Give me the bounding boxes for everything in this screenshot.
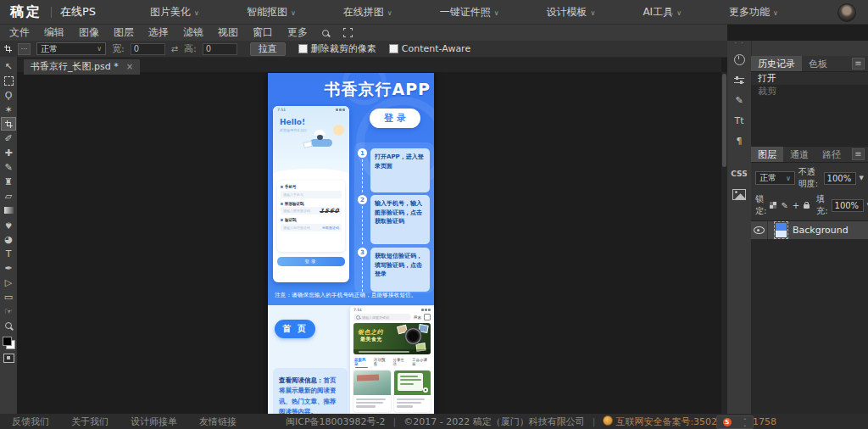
width-input[interactable]: 0 [131, 43, 165, 55]
poster-document[interactable]: 书香京行APP 登 录 7:51 Hello! 欢迎使用书香京行 [268, 73, 434, 414]
gradient-tool[interactable] [1, 203, 16, 217]
brush-settings-icon[interactable]: ✎ [729, 91, 749, 109]
camera-lens [404, 327, 422, 345]
blend-mode-select[interactable]: 正常∨ [755, 171, 795, 185]
pen-tool[interactable]: ✒ [1, 261, 16, 275]
gaoding-helper-widget[interactable]: S ⌃⌄ [716, 415, 754, 429]
straighten-button[interactable]: 拉直 [250, 42, 286, 56]
menubar-file[interactable]: 文件 [9, 25, 30, 40]
menu-more-features[interactable]: 更多功能∨ [729, 5, 778, 20]
path-select-tool[interactable]: ▷ [1, 276, 16, 289]
zoom-tool[interactable] [1, 319, 16, 332]
history-entry-open[interactable]: 打开 [751, 72, 868, 85]
brush-tool[interactable]: ✎ [1, 160, 16, 174]
search-icon[interactable] [322, 30, 329, 36]
color-swatches[interactable] [3, 337, 15, 349]
delete-cropped-pixels-option[interactable]: 删除裁剪的像素 [298, 42, 376, 55]
adjustments-icon[interactable] [729, 70, 749, 89]
tab-swatches[interactable]: 色板 [802, 56, 834, 71]
magic-wand-tool[interactable]: ✶ [1, 103, 16, 116]
triangle-down-icon[interactable]: ▼ [860, 175, 864, 181]
clone-stamp-tool[interactable]: ♜ [1, 175, 16, 188]
tab-history[interactable]: 历史记录 [751, 56, 802, 71]
lasso-tool[interactable]: Ϙ [1, 88, 16, 102]
character-panel-icon[interactable]: Tt [729, 111, 749, 130]
document-tab[interactable]: 书香京行_长图.psd * × [24, 59, 140, 75]
canvas-vertical-scrollbar[interactable] [721, 72, 727, 414]
footer-link-friends[interactable]: 友情链接 [199, 415, 236, 428]
header-menus: 图片美化∨ 智能抠图∨ 在线拼图∨ 一键证件照∨ 设计模板∨ AI工具∨ 更多功… [150, 5, 778, 20]
height-input[interactable]: 0 [203, 43, 237, 55]
lock-all-icon[interactable] [804, 204, 810, 209]
hand-tool[interactable]: ☞ [1, 304, 16, 318]
foreground-color-swatch[interactable] [3, 337, 12, 346]
canvas-area[interactable]: 书香京行APP 登 录 7:51 Hello! 欢迎使用书香京行 [17, 72, 721, 414]
eyedropper-tool[interactable]: ✐ [1, 131, 16, 145]
tab-channels[interactable]: 通道 [783, 147, 815, 162]
move-tool[interactable]: ↖ [1, 59, 16, 73]
crop-tool[interactable] [1, 117, 16, 131]
menubar-more[interactable]: 更多 [287, 25, 308, 40]
fill-label: 填充: [816, 193, 827, 217]
menubar-window[interactable]: 窗口 [253, 25, 273, 40]
visibility-eye-icon[interactable] [754, 226, 765, 234]
drag-handle[interactable]: · · [734, 41, 744, 49]
menu-online-collage[interactable]: 在线拼图∨ [343, 5, 392, 20]
fullscreen-icon[interactable] [343, 28, 353, 37]
lock-position-icon[interactable]: + [793, 201, 799, 210]
menu-smart-cutout[interactable]: 智能抠图∨ [247, 5, 296, 20]
content-aware-option[interactable]: Content-Aware [389, 43, 470, 54]
gradient-icon [4, 207, 14, 214]
menubar-view[interactable]: 视图 [218, 25, 238, 40]
dodge-tool[interactable]: ◕ [1, 232, 16, 246]
collapse-arrows[interactable]: ⌃⌄ [743, 418, 747, 426]
lock-transparency-icon[interactable] [770, 202, 776, 209]
menu-design-templates[interactable]: 设计模板∨ [547, 5, 596, 20]
menu-ai-tools[interactable]: AI工具∨ [643, 5, 682, 20]
panel-menu-icon[interactable]: ≡ [852, 148, 865, 160]
menu-id-photo[interactable]: 一键证件照∨ [440, 5, 499, 20]
menu-photo-beautify[interactable]: 图片美化∨ [150, 5, 199, 20]
opacity-value[interactable]: 100% [824, 172, 856, 185]
footer-link-feedback[interactable]: 反馈我们 [12, 415, 49, 428]
panel-menu-icon[interactable]: ≡ [852, 58, 865, 70]
tab-paths[interactable]: 路径 [815, 147, 848, 162]
type-tool[interactable]: T [1, 247, 16, 260]
layer-thumbnail[interactable] [776, 223, 787, 237]
blur-tool[interactable]: ♠ [1, 218, 16, 231]
layer-row-background[interactable]: Background [751, 221, 868, 239]
menubar-filter[interactable]: 滤镜 [183, 25, 203, 40]
tool-preset-button[interactable]: … [18, 43, 31, 55]
stamp-icon: ♜ [4, 176, 13, 187]
phone2-article-cards [350, 368, 434, 414]
screen-mode-icon[interactable] [3, 354, 14, 363]
checkbox[interactable] [389, 44, 398, 53]
marquee-tool[interactable] [1, 74, 16, 87]
paragraph-panel-icon[interactable]: ¶ [729, 131, 749, 150]
shape-tool[interactable]: ▭ [1, 290, 16, 304]
poster-note: 注意：请确保您输入的手机号码正确，且能够接收短信。 [275, 292, 417, 299]
footer-link-designer[interactable]: 设计师接单 [131, 415, 177, 428]
image-assets-icon[interactable] [729, 185, 749, 203]
crop-tool-icon [4, 45, 12, 53]
eraser-tool[interactable]: ▱ [1, 189, 16, 203]
close-icon[interactable]: × [126, 62, 133, 71]
menubar-layer[interactable]: 图层 [114, 25, 134, 40]
crop-ratio-select[interactable]: 正常∨ [36, 42, 106, 55]
user-avatar[interactable] [837, 3, 856, 22]
footer-link-about[interactable]: 关于我们 [71, 415, 108, 428]
scrollbar-thumb[interactable] [722, 74, 726, 167]
menubar-image[interactable]: 图像 [79, 25, 99, 40]
swap-dimensions-icon[interactable]: ⇄ [171, 44, 178, 53]
menubar-edit[interactable]: 编辑 [44, 25, 64, 40]
checkbox[interactable] [298, 44, 308, 53]
gaoding-logo[interactable]: 稿定 [10, 3, 42, 21]
history-clock-icon[interactable] [729, 50, 749, 69]
fill-value[interactable]: 100% [832, 199, 864, 212]
history-entry-crop[interactable]: 裁剪 [751, 85, 868, 98]
tab-layers[interactable]: 图层 [751, 147, 783, 162]
menubar-select[interactable]: 选择 [148, 25, 169, 40]
css-panel-icon[interactable]: CSS [729, 164, 749, 183]
lock-paint-icon[interactable]: ✎ [781, 201, 787, 210]
healing-brush-tool[interactable]: ✚ [1, 146, 16, 159]
